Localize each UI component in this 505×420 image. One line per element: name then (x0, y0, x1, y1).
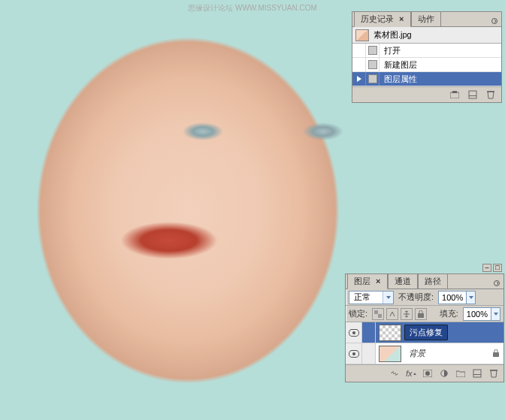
svg-rect-7 (374, 310, 378, 314)
tab-actions-label: 动作 (418, 14, 434, 23)
add-mask-button[interactable] (421, 367, 434, 379)
blend-mode-value: 正常 (349, 292, 383, 303)
panel-menu-button[interactable] (489, 16, 500, 26)
tab-channels[interactable]: 通道 (388, 273, 418, 289)
tab-layers[interactable]: 图层 × (347, 273, 388, 289)
close-icon[interactable]: × (376, 276, 380, 286)
layer-name[interactable]: 污点修复 (404, 325, 448, 340)
chevron-down-icon (491, 307, 500, 321)
lock-icon-group (372, 308, 427, 320)
watermark-text: 思缘设计论坛 WWW.MISSYUAN.COM (188, 3, 317, 14)
svg-rect-8 (378, 314, 382, 318)
svg-rect-2 (452, 91, 457, 93)
history-item[interactable]: 新建图层 (352, 58, 501, 72)
svg-rect-5 (487, 91, 494, 92)
new-group-button[interactable] (454, 367, 467, 379)
lock-pixels-button[interactable] (386, 308, 398, 320)
eye-icon (349, 329, 359, 337)
close-icon[interactable]: × (399, 14, 404, 23)
layer-effects-button[interactable]: fx (404, 367, 418, 379)
tab-history[interactable]: 历史记录 × (354, 11, 411, 27)
link-cell[interactable] (362, 322, 376, 343)
document-thumbnail (355, 29, 369, 41)
svg-rect-16 (473, 374, 481, 375)
history-document-row[interactable]: 素材图.jpg (352, 27, 501, 44)
visibility-toggle[interactable] (346, 343, 362, 364)
chevron-down-icon (383, 292, 393, 304)
svg-rect-4 (469, 95, 476, 96)
svg-rect-17 (490, 370, 497, 371)
lock-icon (493, 349, 499, 358)
panel-window-controls: – □ (482, 264, 502, 272)
opacity-value: 100% (438, 291, 467, 304)
panel-menu-button[interactable] (491, 278, 502, 289)
visibility-toggle[interactable] (346, 322, 362, 343)
tab-history-label: 历史记录 (361, 14, 394, 23)
minimize-icon[interactable]: – (482, 264, 491, 272)
history-source-toggle[interactable] (352, 44, 366, 57)
document-name: 素材图.jpg (373, 29, 412, 41)
svg-rect-9 (418, 313, 424, 318)
svg-rect-3 (469, 91, 476, 98)
history-item-label: 打开 (380, 45, 401, 56)
new-state-button[interactable] (467, 89, 479, 100)
tab-actions[interactable]: 动作 (411, 11, 441, 26)
layer-row[interactable]: 污点修复 (346, 322, 503, 343)
tab-paths[interactable]: 路径 (418, 273, 448, 289)
lock-all-button[interactable] (415, 308, 427, 320)
layers-tab-strip: 图层 × 通道 路径 (346, 274, 503, 289)
layer-thumbnail[interactable] (379, 325, 401, 341)
new-adjustment-button[interactable] (437, 367, 451, 379)
blend-opacity-row: 正常 不透明度: 100% (346, 289, 503, 306)
opacity-input[interactable]: 100% (438, 291, 476, 304)
history-item[interactable]: 打开 (352, 44, 501, 58)
svg-rect-10 (493, 352, 499, 357)
delete-layer-button[interactable] (487, 367, 500, 379)
chevron-down-icon (467, 291, 476, 304)
layers-footer: fx (346, 364, 503, 382)
fill-input[interactable]: 100% (463, 307, 500, 321)
blend-mode-select[interactable]: 正常 (349, 291, 394, 304)
layer-thumbnail[interactable] (379, 346, 401, 362)
tab-layers-label: 图层 (354, 276, 370, 286)
history-tab-strip: 历史记录 × 动作 (352, 12, 501, 27)
layer-list: 污点修复 背景 (346, 322, 503, 364)
fill-value: 100% (463, 307, 491, 321)
history-item[interactable]: 图层属性 (352, 72, 501, 86)
history-current-marker (352, 72, 366, 86)
history-panel: 历史记录 × 动作 素材图.jpg 打开 新建图层 图层属性 (352, 11, 502, 103)
maximize-icon[interactable]: □ (493, 264, 502, 272)
layers-panel: – □ 图层 × 通道 路径 正常 不透明度: 100% 锁定: (345, 273, 504, 382)
history-item-label: 图层属性 (380, 74, 417, 85)
history-step-icon (366, 44, 380, 57)
svg-text:fx: fx (406, 370, 413, 377)
layer-row[interactable]: 背景 (346, 343, 503, 364)
tab-channels-label: 通道 (395, 276, 411, 286)
fill-label: 填充: (440, 308, 458, 319)
tab-paths-label: 路径 (425, 276, 441, 286)
history-source-toggle[interactable] (352, 58, 366, 71)
lock-label: 锁定: (349, 308, 367, 319)
lock-position-button[interactable] (401, 308, 413, 320)
opacity-label: 不透明度: (398, 292, 434, 303)
new-layer-button[interactable] (470, 367, 484, 379)
svg-rect-15 (473, 370, 481, 377)
history-step-icon (366, 72, 380, 86)
lock-transparency-button[interactable] (372, 308, 384, 320)
history-item-label: 新建图层 (380, 59, 417, 71)
link-layers-button[interactable] (388, 367, 401, 379)
history-footer (352, 86, 501, 102)
lock-fill-row: 锁定: 填充: 100% (346, 306, 503, 322)
svg-point-13 (425, 371, 430, 376)
svg-rect-1 (450, 92, 459, 98)
history-step-icon (366, 58, 380, 71)
link-cell[interactable] (362, 343, 376, 364)
delete-state-button[interactable] (485, 89, 497, 100)
history-list: 打开 新建图层 图层属性 (352, 44, 501, 86)
eye-icon (349, 350, 359, 358)
layer-name[interactable]: 背景 (404, 346, 430, 361)
create-snapshot-button[interactable] (449, 89, 461, 100)
